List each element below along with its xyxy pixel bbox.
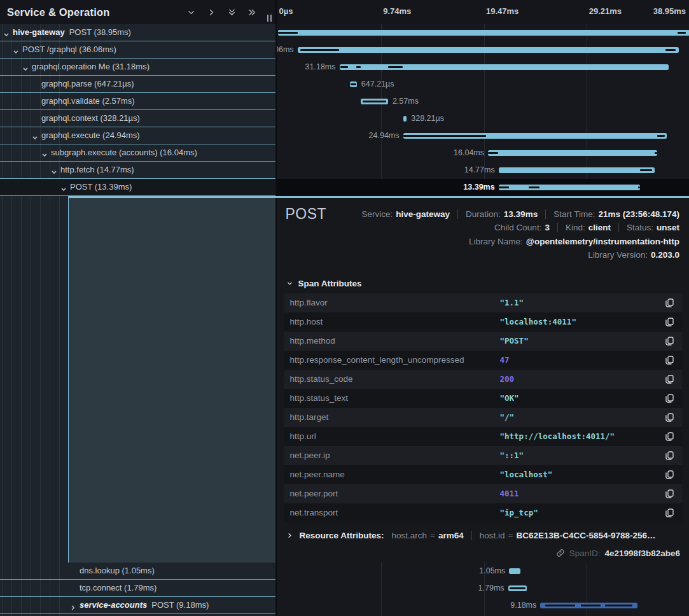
span-bar-row[interactable]: 1.79ms	[277, 580, 689, 597]
double-chevron-down-icon[interactable]	[226, 7, 237, 17]
copy-button[interactable]	[665, 394, 674, 403]
chevron-down-icon	[286, 280, 293, 287]
copy-button[interactable]	[665, 413, 674, 422]
attribute-key: http.url	[284, 431, 500, 441]
child-span-segment	[678, 32, 686, 34]
span-bar-row[interactable]: 13.39ms	[277, 179, 689, 196]
info-divider	[618, 223, 619, 232]
attribute-value: "1.1"	[500, 298, 665, 307]
copy-button[interactable]	[665, 337, 674, 346]
span-tree-row[interactable]: POST /graphql (36.06ms)	[0, 41, 276, 59]
span-duration-bar[interactable]	[298, 47, 679, 53]
span-tree-row[interactable]: hive-gatewayPOST (38.95ms)	[0, 24, 276, 41]
span-bar-row[interactable]: 328.21µs	[277, 110, 689, 127]
info-divider	[457, 209, 458, 219]
span-duration-bar[interactable]	[540, 603, 637, 608]
span-bar-row[interactable]: 2.57ms	[277, 93, 689, 110]
attribute-value: "OK"	[500, 393, 665, 403]
span-label: http.fetch (14.77ms)	[60, 162, 134, 178]
copy-icon	[665, 432, 674, 441]
chevron-down-icon[interactable]	[51, 167, 57, 178]
span-tree-row[interactable]: tcp.connect (1.79ms)	[0, 580, 276, 597]
chevron-down-icon[interactable]	[186, 7, 196, 17]
span-duration-bar[interactable]	[350, 81, 357, 87]
copy-button[interactable]	[665, 470, 674, 479]
resource-attributes-row[interactable]: Resource Attributes: host.arch=arm64host…	[286, 531, 682, 540]
span-duration-bar[interactable]	[499, 167, 655, 173]
copy-button[interactable]	[665, 298, 674, 307]
span-duration-bar[interactable]	[488, 150, 657, 156]
info-value: 3	[545, 223, 550, 232]
span-tree-row[interactable]: graphql.context (328.21µs)	[0, 110, 276, 127]
span-tree-row[interactable]: graphql.parse (647.21µs)	[0, 76, 276, 93]
chevron-down-icon[interactable]	[32, 132, 38, 144]
child-span-segment	[638, 186, 640, 188]
copy-button[interactable]	[665, 432, 674, 441]
span-detail-left-area[interactable]	[68, 197, 276, 563]
copy-button[interactable]	[665, 318, 674, 326]
copy-button[interactable]	[665, 356, 674, 365]
copy-icon	[665, 489, 674, 498]
span-bar-row[interactable]: 16.04ms	[277, 144, 689, 162]
chevron-down-icon[interactable]	[60, 184, 67, 195]
span-tree-row[interactable]: POST (13.39ms)	[0, 179, 276, 196]
span-bar-row[interactable]	[277, 24, 689, 41]
span-duration-bar[interactable]	[508, 585, 527, 591]
span-duration-bar[interactable]	[361, 99, 388, 104]
span-tree-row[interactable]: service-accountsPOST (9.18ms)	[0, 597, 276, 614]
chevron-down-icon[interactable]	[22, 64, 29, 75]
span-bar-row[interactable]: 14.77ms	[277, 162, 689, 179]
link-icon[interactable]	[556, 549, 565, 557]
attribute-key: net.peer.name	[284, 470, 500, 479]
span-label: POST /graphql (36.06ms)	[22, 41, 116, 57]
duration-label: 31.18ms	[305, 59, 336, 76]
span-attributes-title: Span Attributes	[298, 279, 362, 288]
resource-key: host.arch	[392, 531, 428, 540]
span-attributes-header[interactable]: Span Attributes	[286, 279, 362, 288]
copy-icon	[665, 375, 674, 384]
panel-title: Service & Operation	[7, 6, 186, 18]
copy-button[interactable]	[665, 508, 674, 517]
span-bar-row[interactable]: 31.18ms	[277, 59, 689, 76]
chevron-down-icon[interactable]	[3, 29, 10, 41]
info-value: unset	[657, 223, 679, 232]
attribute-value: "localhost:4011"	[500, 317, 665, 326]
child-span-segment	[488, 152, 498, 154]
span-duration-bar[interactable]	[278, 30, 689, 36]
info-label: Service:	[361, 209, 393, 219]
span-bar-row[interactable]: 647.21µs	[277, 76, 689, 93]
info-label: Child Count:	[494, 223, 541, 232]
chevron-right-icon[interactable]	[70, 602, 76, 613]
span-tree-row[interactable]: graphql.execute (24.94ms)	[0, 127, 276, 144]
span-info-line: Library Version:0.203.0	[588, 248, 679, 262]
span-duration-bar[interactable]	[403, 133, 667, 139]
copy-button[interactable]	[665, 489, 674, 498]
copy-icon	[665, 298, 674, 307]
double-chevron-right-icon[interactable]	[247, 7, 257, 17]
span-duration-bar[interactable]	[340, 64, 669, 70]
panel-resize-handle[interactable]	[267, 15, 272, 22]
attribute-value: 4011	[500, 489, 665, 498]
info-value: client	[588, 223, 611, 232]
copy-button[interactable]	[665, 451, 674, 460]
span-bar-row[interactable]: 9.18ms	[277, 597, 689, 614]
span-bar-row[interactable]: 24.94ms	[277, 127, 689, 144]
span-duration-bar[interactable]	[403, 116, 407, 122]
duration-label: 24.94ms	[369, 127, 400, 144]
span-tree-row[interactable]: subgraph.execute (accounts) (16.04ms)	[0, 144, 276, 162]
span-tree-row[interactable]: graphql.operation Me (31.18ms)	[0, 59, 276, 76]
span-tree-row[interactable]: graphql.validate (2.57ms)	[0, 93, 276, 110]
chevron-down-icon[interactable]	[41, 150, 48, 161]
copy-button[interactable]	[665, 375, 674, 384]
tree-controls	[186, 7, 257, 17]
span-tree-row[interactable]: dns.lookup (1.05ms)	[0, 563, 276, 580]
span-duration-bar[interactable]	[499, 185, 640, 190]
span-duration-bar[interactable]	[509, 568, 520, 574]
chevron-down-icon[interactable]	[13, 46, 19, 58]
span-tree-row[interactable]: http.fetch (14.77ms)	[0, 162, 276, 179]
span-bar-row[interactable]: 1.05ms	[277, 563, 689, 580]
chevron-right-icon[interactable]	[206, 7, 216, 17]
info-value: hive-gateway	[396, 209, 450, 219]
span-label: dns.lookup (1.05ms)	[80, 563, 155, 578]
span-bar-row[interactable]: 36.06ms	[277, 41, 689, 59]
